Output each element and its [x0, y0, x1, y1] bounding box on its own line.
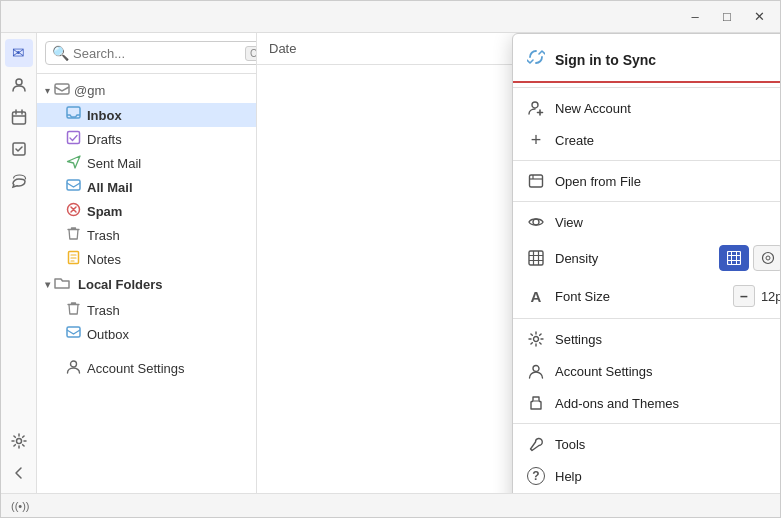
main-layout: ✉ — [1, 33, 780, 493]
folder-sent[interactable]: Sent Mail — [37, 151, 256, 175]
sync-icon — [527, 48, 545, 71]
view-icon — [527, 213, 545, 231]
close-button[interactable]: ✕ — [746, 6, 772, 28]
menu-item-sync[interactable]: Sign in to Sync — [513, 38, 780, 83]
menu-item-help[interactable]: ? Help › — [513, 460, 780, 492]
spam-icon — [65, 202, 81, 220]
svg-rect-7 — [67, 180, 80, 190]
sidebar-item-contacts[interactable] — [5, 71, 33, 99]
svg-rect-10 — [67, 327, 80, 337]
menu-item-density[interactable]: Density — [513, 238, 780, 278]
account-settings-link[interactable]: Account Settings — [37, 356, 256, 380]
sidebar-item-tasks[interactable] — [5, 135, 33, 163]
app-sidebar: ✉ — [1, 33, 37, 493]
separator-3 — [513, 201, 780, 202]
allmail-icon — [65, 178, 81, 196]
svg-point-11 — [70, 361, 76, 367]
svg-point-21 — [533, 366, 539, 372]
inbox-icon — [65, 106, 81, 124]
local-folder-outbox[interactable]: Outbox — [37, 322, 256, 346]
font-decrease-btn[interactable]: – — [733, 285, 755, 307]
search-input-wrap[interactable]: 🔍 CTRL + K 🔍 — [45, 41, 257, 65]
search-icon: 🔍 — [52, 45, 69, 61]
local-trash-icon — [65, 301, 81, 319]
create-icon: + — [527, 131, 545, 149]
sidebar-item-back[interactable] — [5, 459, 33, 487]
dropdown-menu: Sign in to Sync New Account › — [512, 33, 780, 493]
folder-panel: 🔍 CTRL + K 🔍 ▾ — [37, 33, 257, 493]
local-folder-outbox-label: Outbox — [87, 327, 129, 342]
svg-point-20 — [534, 337, 539, 342]
menu-item-font-size[interactable]: A Font Size – 12px + — [513, 278, 780, 314]
statusbar: ((•)) — [1, 493, 780, 517]
notes-icon — [65, 250, 81, 268]
folder-notes-label: Notes — [87, 252, 121, 267]
trash-icon — [65, 226, 81, 244]
density-medium-btn[interactable] — [753, 245, 780, 271]
settings-menu-icon — [527, 330, 545, 348]
account-settings-icon — [65, 359, 81, 377]
folder-trash[interactable]: Trash — [37, 223, 256, 247]
sidebar-item-settings[interactable] — [5, 427, 33, 455]
local-folders-chevron: ▾ — [45, 279, 50, 290]
density-compact-btn[interactable] — [719, 245, 749, 271]
svg-rect-6 — [67, 132, 79, 144]
separator-2 — [513, 160, 780, 161]
density-controls — [719, 245, 780, 271]
account-row[interactable]: ▾ @gm — [37, 78, 256, 103]
svg-rect-16 — [728, 252, 741, 265]
menu-item-account-settings[interactable]: Account Settings — [513, 355, 780, 387]
font-size-label: Font Size — [555, 289, 723, 304]
local-folders-icon — [54, 276, 70, 293]
font-size-value: 12px — [759, 289, 780, 304]
account-name: @gm — [74, 83, 105, 98]
new-account-label: New Account — [555, 101, 780, 116]
account-icon — [54, 81, 70, 100]
menu-item-tools[interactable]: Tools › — [513, 428, 780, 460]
folder-spam-label: Spam — [87, 204, 122, 219]
sidebar-item-mail[interactable]: ✉ — [5, 39, 33, 67]
maximize-button[interactable]: □ — [714, 6, 740, 28]
help-label: Help — [555, 469, 780, 484]
folder-inbox[interactable]: Inbox — [37, 103, 256, 127]
local-folder-trash[interactable]: Trash — [37, 298, 256, 322]
titlebar: – □ ✕ — [1, 1, 780, 33]
folder-notes[interactable]: Notes — [37, 247, 256, 271]
sidebar-item-chat[interactable] — [5, 167, 33, 195]
menu-item-addons[interactable]: Add-ons and Themes — [513, 387, 780, 419]
svg-point-14 — [533, 219, 539, 225]
sidebar-item-calendar[interactable] — [5, 103, 33, 131]
folder-all[interactable]: All Mail — [37, 175, 256, 199]
svg-point-12 — [532, 102, 538, 108]
menu-item-create[interactable]: + Create › — [513, 124, 780, 156]
search-shortcut-ctrl: CTRL — [245, 46, 257, 61]
separator-5 — [513, 423, 780, 424]
signal-indicator: ((•)) — [11, 500, 30, 512]
new-account-icon — [527, 99, 545, 117]
help-icon: ? — [527, 467, 545, 485]
minimize-button[interactable]: – — [682, 6, 708, 28]
tools-label: Tools — [555, 437, 780, 452]
search-bar: 🔍 CTRL + K 🔍 — [37, 33, 256, 74]
svg-rect-1 — [12, 112, 25, 124]
svg-rect-5 — [67, 107, 80, 118]
account-settings-menu-icon — [527, 362, 545, 380]
app-window: – □ ✕ ✉ — [0, 0, 781, 518]
menu-item-open-file[interactable]: Open from File › — [513, 165, 780, 197]
menu-item-new-account[interactable]: New Account › — [513, 92, 780, 124]
local-folders-header[interactable]: ▾ Local Folders — [37, 271, 256, 298]
folder-drafts-label: Drafts — [87, 132, 122, 147]
create-label: Create — [555, 133, 780, 148]
account-chevron: ▾ — [45, 85, 50, 96]
local-folders-label: Local Folders — [78, 277, 163, 292]
menu-item-settings[interactable]: Settings — [513, 323, 780, 355]
folder-spam[interactable]: Spam — [37, 199, 256, 223]
drafts-icon — [65, 130, 81, 148]
open-file-icon — [527, 172, 545, 190]
settings-menu-label: Settings — [555, 332, 780, 347]
menu-item-view[interactable]: View › — [513, 206, 780, 238]
svg-point-18 — [766, 256, 770, 260]
search-input[interactable] — [73, 46, 241, 61]
density-label: Density — [555, 251, 709, 266]
folder-drafts[interactable]: Drafts — [37, 127, 256, 151]
